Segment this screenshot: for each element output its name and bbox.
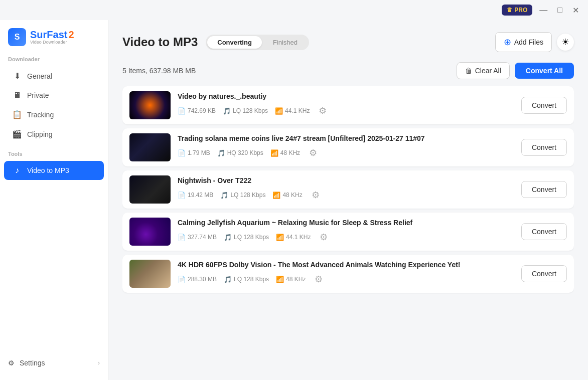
file-freq-item: 📶 44.1 KHz [276, 234, 311, 241]
items-actions: 🗑 Clear All Convert All [457, 62, 574, 79]
convert-button[interactable]: Convert [521, 181, 567, 198]
audio-icon: 🎵 [220, 192, 228, 199]
logo-icon: S [8, 28, 26, 46]
titlebar: ♛ PRO — □ ✕ [0, 0, 588, 20]
list-item: 4K HDR 60FPS Dolby Vision - The Most Adv… [122, 255, 574, 293]
file-size: 19.42 MB [188, 192, 213, 199]
downloader-section-label: Downloader [0, 56, 108, 66]
tab-converting[interactable]: Converting [207, 36, 262, 49]
clear-all-label: Clear All [475, 67, 501, 75]
file-thumbnail [129, 260, 171, 288]
thumb-overlay [129, 133, 171, 161]
sidebar-item-video-to-mp3[interactable]: ♪ Video to MP3 [4, 161, 104, 180]
file-settings-button[interactable]: ⚙ [307, 145, 319, 160]
thumb-overlay [129, 260, 171, 288]
file-settings-button[interactable]: ⚙ [310, 187, 322, 203]
sun-icon: ☀ [561, 37, 569, 48]
file-freq-item: 📶 48 KHz [276, 276, 306, 283]
minimize-button[interactable]: — [536, 5, 550, 16]
sidebar-item-clipping[interactable]: 🎬 Clipping [4, 124, 104, 144]
items-count: 5 Items, 637.98 MB MB [122, 67, 196, 75]
crown-icon: ♛ [507, 7, 512, 14]
list-item: Trading solana meme coins live 24#7 stre… [122, 128, 574, 166]
logo-text: SurFast [30, 30, 67, 40]
file-size-item: 📄 1.79 MB [178, 149, 210, 157]
add-icon: ⊕ [504, 37, 511, 48]
file-thumbnail [129, 218, 171, 246]
file-quality-item: 🎵 LQ 128 Kbps [223, 107, 268, 115]
header-actions: ⊕ Add Files ☀ [495, 32, 574, 52]
file-quality-item: 🎵 LQ 128 Kbps [224, 234, 269, 241]
close-button[interactable]: ✕ [569, 5, 582, 16]
sidebar-label-general: General [27, 72, 52, 80]
tab-group: Converting Finished [206, 35, 309, 50]
sidebar-label-private: Private [27, 91, 49, 99]
file-size-item: 📄 288.30 MB [178, 276, 217, 283]
clear-all-button[interactable]: 🗑 Clear All [457, 62, 510, 79]
file-list: Video by natures._.beautiy 📄 742.69 KB 🎵… [122, 86, 574, 368]
settings-item[interactable]: ⚙ Settings › [0, 354, 108, 372]
logo: S SurFast 2 Video Downloader [0, 28, 108, 56]
file-size: 327.74 MB [188, 234, 217, 241]
tools-section-label: Tools [0, 151, 108, 161]
file-info: Trading solana meme coins live 24#7 stre… [178, 134, 514, 160]
wave-icon: 📶 [276, 234, 284, 241]
maximize-button[interactable]: □ [554, 5, 565, 16]
tab-finished[interactable]: Finished [263, 36, 308, 49]
list-item: Nightwish - Over T222 📄 19.42 MB 🎵 LQ 12… [122, 170, 574, 209]
file-name: Trading solana meme coins live 24#7 stre… [178, 134, 514, 142]
file-meta: 📄 288.30 MB 🎵 LQ 128 Kbps 📶 48 KHz ⚙ [178, 272, 514, 287]
file-meta: 📄 1.79 MB 🎵 HQ 320 Kbps 📶 48 KHz ⚙ [178, 145, 514, 160]
file-quality-item: 🎵 LQ 128 Kbps [224, 276, 269, 283]
file-thumbnail [129, 91, 171, 119]
sidebar-label-clipping: Clipping [27, 130, 53, 138]
file-freq: 48 KHz [280, 149, 300, 156]
thumb-overlay [129, 91, 171, 119]
convert-button[interactable]: Convert [521, 223, 567, 240]
file-freq-item: 📶 48 KHz [272, 192, 302, 199]
file-size: 1.79 MB [188, 149, 210, 156]
file-name: 4K HDR 60FPS Dolby Vision - The Most Adv… [178, 261, 514, 269]
audio-icon: 🎵 [223, 107, 231, 115]
sidebar-label-video-to-mp3: Video to MP3 [27, 166, 69, 174]
add-files-button[interactable]: ⊕ Add Files [495, 32, 552, 52]
convert-button[interactable]: Convert [521, 97, 567, 114]
file-freq: 48 KHz [282, 192, 302, 199]
sidebar: S SurFast 2 Video Downloader Downloader … [0, 20, 108, 380]
convert-button[interactable]: Convert [521, 139, 567, 156]
pro-label: PRO [514, 7, 527, 14]
logo-icon-text: S [15, 33, 20, 42]
file-quality-item: 🎵 LQ 128 Kbps [220, 192, 265, 199]
file-quality: LQ 128 Kbps [233, 107, 268, 114]
convert-all-button[interactable]: Convert All [515, 63, 574, 79]
sidebar-item-general[interactable]: ⬇ General [4, 66, 104, 86]
file-icon: 📄 [178, 276, 186, 283]
sidebar-item-tracking[interactable]: 📋 Tracking [4, 105, 104, 124]
convert-button[interactable]: Convert [521, 265, 567, 282]
file-icon: 📄 [178, 107, 186, 115]
file-name: Video by natures._.beautiy [178, 92, 514, 100]
file-size: 742.69 KB [188, 107, 216, 114]
file-quality: HQ 320 Kbps [227, 149, 263, 156]
file-freq-item: 📶 48 KHz [270, 149, 300, 157]
audio-icon: 🎵 [224, 276, 232, 283]
add-files-label: Add Files [514, 38, 543, 46]
file-size-item: 📄 19.42 MB [178, 192, 213, 199]
file-icon: 📄 [178, 149, 186, 157]
main-header: Video to MP3 Converting Finished ⊕ Add F… [122, 32, 574, 52]
file-settings-button[interactable]: ⚙ [313, 272, 325, 287]
thumb-overlay [129, 175, 171, 204]
file-icon: 📄 [178, 234, 186, 241]
wave-icon: 📶 [276, 276, 284, 283]
file-info: Nightwish - Over T222 📄 19.42 MB 🎵 LQ 12… [178, 176, 514, 203]
file-settings-button[interactable]: ⚙ [317, 103, 329, 118]
sidebar-label-tracking: Tracking [27, 111, 54, 119]
sidebar-item-private[interactable]: 🖥 Private [4, 86, 104, 105]
settings-icon: ⚙ [8, 359, 15, 367]
audio-icon: 🎵 [217, 149, 225, 157]
theme-toggle-button[interactable]: ☀ [557, 34, 574, 51]
list-item: Video by natures._.beautiy 📄 742.69 KB 🎵… [122, 86, 574, 124]
list-item: Calming Jellyfish Aquarium ~ Relaxing Mu… [122, 213, 574, 251]
file-settings-button[interactable]: ⚙ [318, 230, 330, 245]
file-size-item: 📄 742.69 KB [178, 107, 216, 115]
